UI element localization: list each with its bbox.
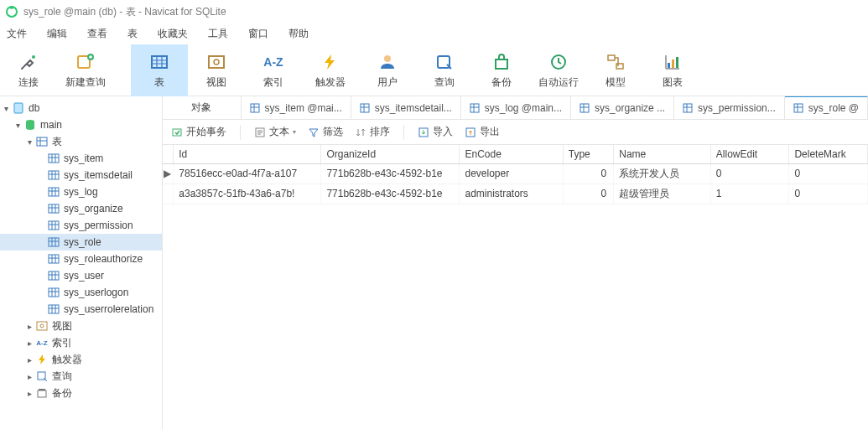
- toolbar-query[interactable]: 查询: [416, 44, 473, 96]
- svg-rect-4: [152, 56, 167, 68]
- cell-id[interactable]: a3a3857c-51fb-43a6-a7b!: [174, 183, 321, 204]
- toolbar-new-query[interactable]: 新建查询: [57, 44, 114, 96]
- tree-table-item[interactable]: ▸sys_itemsdetail: [0, 167, 162, 183]
- col-header-id[interactable]: Id: [174, 145, 321, 163]
- menu-table[interactable]: 表: [127, 27, 138, 41]
- action-text[interactable]: 文本 ▾: [254, 125, 296, 139]
- svg-rect-20: [49, 171, 59, 179]
- col-header-name[interactable]: Name: [614, 145, 711, 163]
- toolbar-trigger[interactable]: 触发器: [302, 44, 359, 96]
- tree-node-backups[interactable]: ▸ 备份: [0, 385, 162, 401]
- chevron-down-icon[interactable]: ▾: [12, 119, 23, 131]
- tree-node-main[interactable]: ▾ main: [0, 116, 162, 133]
- cell-organizeid[interactable]: 771b628b-e43c-4592-b1e: [321, 163, 460, 183]
- cell-organizeid[interactable]: 771b628b-e43c-4592-b1e: [321, 183, 460, 204]
- action-begin-transaction[interactable]: 开始事务: [171, 125, 226, 139]
- table-row[interactable]: ▶78516ecc-e0ad-4f7a-a107771b628b-e43c-45…: [163, 163, 868, 183]
- col-header-organizeid[interactable]: OrganizeId: [321, 145, 460, 163]
- tree-node-queries[interactable]: ▸ 查询: [0, 368, 162, 385]
- chevron-right-icon[interactable]: ▸: [23, 370, 35, 382]
- col-header-allowedit[interactable]: AllowEdit: [710, 145, 789, 163]
- tree-table-item-label: sys_log: [64, 186, 98, 198]
- cell-encode[interactable]: developer: [460, 163, 563, 183]
- editor-tab[interactable]: sys_organize ...: [571, 96, 674, 119]
- cell-encode[interactable]: administrators: [460, 183, 563, 204]
- tree-table-item-label: sys_user: [64, 270, 104, 282]
- tree-node-triggers[interactable]: ▸ 触发器: [0, 351, 162, 368]
- cell-deletemark[interactable]: 0: [789, 163, 868, 183]
- menu-edit[interactable]: 编辑: [47, 27, 67, 41]
- cell-id[interactable]: 78516ecc-e0ad-4f7a-a107: [174, 163, 321, 183]
- tree-table-item[interactable]: ▸sys_item: [0, 150, 162, 167]
- tree-node-indexes[interactable]: ▸ A-Z 索引: [0, 334, 162, 351]
- toolbar-table[interactable]: 表: [131, 44, 188, 96]
- tree-node-views[interactable]: ▸ 视图: [0, 318, 162, 334]
- editor-tab[interactable]: sys_permission...: [674, 96, 785, 119]
- menu-file[interactable]: 文件: [7, 27, 27, 41]
- tree-table-item[interactable]: ▸sys_roleauthorize: [0, 251, 162, 267]
- data-grid[interactable]: Id OrganizeId EnCode Type Name AllowEdit…: [163, 145, 868, 429]
- action-sort[interactable]: 排序: [355, 125, 390, 139]
- svg-rect-23: [49, 221, 59, 230]
- menu-tools[interactable]: 工具: [208, 27, 228, 41]
- col-header-type[interactable]: Type: [563, 145, 614, 163]
- table-icon: [149, 52, 169, 72]
- tree-node-triggers-label: 触发器: [52, 353, 82, 367]
- toolbar-model-label: 模型: [606, 75, 626, 90]
- editor-tab[interactable]: sys_itemsdetail...: [351, 96, 461, 119]
- chevron-down-icon[interactable]: ▾: [23, 136, 35, 147]
- chevron-down-icon[interactable]: ▾: [0, 102, 12, 114]
- editor-tab[interactable]: sys_log @main...: [461, 96, 571, 119]
- sidebar[interactable]: ▾ db ▾ main: [0, 96, 163, 429]
- table-row[interactable]: a3a3857c-51fb-43a6-a7b!771b628b-e43c-459…: [163, 183, 868, 204]
- toolbar-automation[interactable]: 自动运行: [530, 44, 587, 96]
- action-import[interactable]: 导入: [418, 125, 453, 139]
- editor-tab[interactable]: sys_role @: [785, 96, 868, 119]
- toolbar-connect[interactable]: 连接: [0, 44, 57, 96]
- tree-node-views-label: 视图: [52, 319, 72, 333]
- tree-table-item[interactable]: ▸sys_userlogon: [0, 284, 162, 301]
- toolbar-view[interactable]: 视图: [188, 44, 245, 96]
- tree-table-item[interactable]: ▸sys_permission: [0, 217, 162, 234]
- toolbar-model[interactable]: 模型: [587, 44, 644, 96]
- chevron-right-icon[interactable]: ▸: [23, 337, 35, 349]
- tree-node-db[interactable]: ▾ db: [0, 100, 162, 116]
- toolbar-user[interactable]: 用户: [359, 44, 416, 96]
- menu-favorites[interactable]: 收藏夹: [158, 27, 188, 41]
- cell-type[interactable]: 0: [563, 183, 614, 204]
- cell-allowedit[interactable]: 1: [710, 183, 789, 204]
- toolbar-index[interactable]: A-Z 索引: [245, 44, 302, 96]
- svg-point-6: [214, 59, 219, 65]
- tree-table-item[interactable]: ▸sys_user: [0, 267, 162, 284]
- col-header-encode[interactable]: EnCode: [460, 145, 563, 163]
- chevron-right-icon[interactable]: ▸: [23, 320, 35, 332]
- svg-rect-26: [49, 271, 59, 280]
- toolbar-index-label: 索引: [263, 75, 283, 90]
- tree-node-tables[interactable]: ▾ 表: [0, 133, 162, 150]
- svg-rect-37: [580, 104, 589, 112]
- tab-objects[interactable]: 对象: [163, 96, 242, 119]
- toolbar-chart[interactable]: 图表: [644, 44, 701, 96]
- chevron-right-icon[interactable]: ▸: [23, 354, 35, 365]
- tree-table-item[interactable]: ▸sys_log: [0, 183, 162, 200]
- menu-window[interactable]: 窗口: [248, 27, 268, 41]
- col-header-deletemark[interactable]: DeleteMark: [789, 145, 868, 163]
- row-indicator: ▶: [163, 163, 174, 183]
- cell-deletemark[interactable]: 0: [789, 183, 868, 204]
- table-icon: [793, 103, 803, 113]
- toolbar-backup[interactable]: 备份: [473, 44, 530, 96]
- chevron-right-icon[interactable]: ▸: [23, 387, 35, 399]
- tree-table-item[interactable]: ▸sys_organize: [0, 200, 162, 217]
- cell-name[interactable]: 系统开发人员: [614, 163, 711, 183]
- tree-table-item[interactable]: ▸sys_role: [0, 234, 162, 251]
- cell-type[interactable]: 0: [563, 163, 614, 183]
- tree-table-item[interactable]: ▸sys_userrolerelation: [0, 301, 162, 318]
- cell-name[interactable]: 超级管理员: [614, 183, 711, 204]
- toolbar: 连接 新建查询 表 视图 A-Z 索引 触发器 用户 查询 备份 自动运行 模型: [0, 44, 868, 96]
- editor-tab[interactable]: sys_item @mai...: [242, 96, 351, 119]
- cell-allowedit[interactable]: 0: [710, 163, 789, 183]
- menu-view[interactable]: 查看: [87, 27, 107, 41]
- action-filter[interactable]: 筛选: [308, 125, 343, 139]
- action-export[interactable]: 导出: [465, 125, 500, 139]
- menu-help[interactable]: 帮助: [288, 27, 309, 41]
